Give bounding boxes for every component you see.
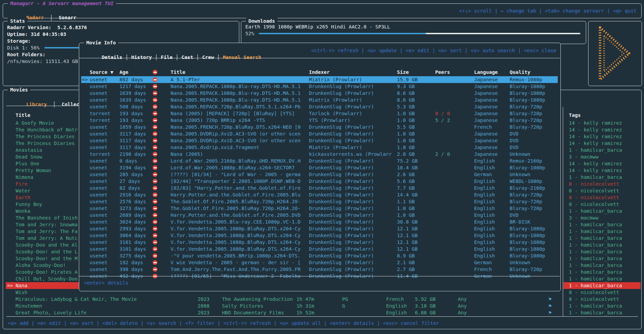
result-title-cell: The.Goblet.Of.Fire.2005.BluRay.720p.H264… (171, 205, 301, 212)
result-quality-cell: Bluray-1080p (510, 164, 545, 171)
result-age-cell: 1639 days (119, 97, 146, 103)
result-language-cell: English (474, 158, 495, 164)
movie-list-item[interactable]: Tom and Jerry: The Fa (16, 228, 77, 235)
result-size-cell: 1.1 GB (397, 198, 415, 205)
selection-arrow: => (82, 76, 88, 83)
movie-list-item[interactable]: Nimona (16, 174, 33, 181)
tab-sonarr[interactable]: Sonarr (59, 15, 76, 20)
result-indexer-cell: DrunkenSlug (Prowlarr) (309, 232, 374, 239)
result-source-cell: usenet (90, 239, 107, 246)
no-entry-icon (153, 253, 157, 258)
movie-list-item[interactable]: Dead Snow (16, 153, 42, 160)
result-language-cell: Japanese (474, 151, 498, 158)
movie-tag-cell: 1 - hamilcar_barca (569, 302, 622, 309)
no-entry-icon (153, 70, 157, 75)
uptime-label: Uptime: (7, 32, 28, 37)
result-size-cell: 9.3 GB (397, 83, 415, 90)
result-language-cell: English (474, 198, 495, 205)
movie-list-item[interactable]: The Hunchback of Notr (16, 126, 77, 133)
result-source-cell: usenet (90, 158, 107, 164)
result-indexer-cell: Miatrix (Prowlarr) (309, 76, 362, 83)
tab-library[interactable]: Library (26, 102, 47, 107)
movie-list-item[interactable]: Anastasia (16, 147, 42, 153)
movie-list-item[interactable]: Funny Boy (16, 201, 42, 208)
result-title-cell: (????) [01/34] - "Lord of War - 2005 - g… (171, 171, 301, 178)
col-peers[interactable]: Peers (435, 69, 450, 76)
result-indexer-cell: DrunkenSlug (Prowlarr) (309, 205, 374, 212)
movie-list-item[interactable]: Great Photo, Lovely Life (16, 309, 87, 316)
result-quality-cell: Bluray-1080p (510, 83, 545, 90)
col-size[interactable]: Size (397, 69, 409, 76)
result-quality-cell: Bluray-1080p (510, 97, 545, 103)
result-language-cell: English (474, 178, 495, 185)
col-language[interactable]: Language (474, 69, 498, 76)
result-source-cell: usenet (90, 225, 107, 232)
no-entry-icon (153, 267, 157, 272)
result-age-cell: 2190 days (119, 151, 146, 158)
col-age[interactable]: Age (119, 69, 128, 76)
col-title[interactable]: Title (171, 69, 185, 76)
movie-list-item[interactable]: Wonka (16, 208, 30, 214)
col-quality[interactable]: Quality (510, 69, 530, 76)
result-size-cell: 2.8 GB (397, 151, 415, 158)
movie-list-item[interactable]: Scooby-Doo and the Al (16, 242, 77, 248)
no-entry-icon (153, 159, 157, 163)
movie-list-item[interactable]: Scooby-Doo! Pirates A (16, 269, 77, 275)
result-age-cell: 2916 days (119, 191, 146, 198)
movie-tag-cell: 8 - nicolecolvett (569, 201, 619, 208)
root-folders-label: Root Folders: (7, 51, 46, 58)
movie-list-item[interactable]: Fire (16, 181, 27, 187)
movie-list-item[interactable]: Miraculous: Ladybug & Cat Noir, The Movi… (16, 296, 137, 302)
uptime-value: 31d 04:35:03 (31, 32, 66, 37)
result-age-cell: 2576 days (119, 198, 146, 205)
movie-list-item[interactable]: Chill Out, Scooby-Doo (16, 275, 77, 282)
movie-info-modal: Movie Info Details │ History │ File │ Ca… (79, 43, 561, 291)
tab-details[interactable]: Details (102, 55, 122, 60)
result-quality-cell: Bluray-1080p (510, 232, 545, 239)
tab-separator: │ (47, 102, 62, 107)
movie-tag-cell: 1 - hamilcar_barca (569, 174, 622, 181)
movie-list-item[interactable]: Pretty Woman (16, 167, 51, 174)
tab-radarr[interactable]: Radarr (26, 15, 44, 20)
movie-list-item[interactable]: The Princess Diaries (16, 133, 75, 140)
movie-list-item[interactable]: Wish (16, 289, 27, 296)
movie-list-item[interactable]: A Goofy Movie (16, 120, 54, 126)
movie-list-item[interactable]: Scooby-Doo! and the M (16, 255, 77, 262)
result-quality-cell: Remux-2160p (510, 158, 542, 164)
movie-list-item[interactable]: Water (16, 187, 30, 194)
no-entry-icon (153, 152, 157, 156)
result-source-cell: usenet (90, 205, 107, 212)
movie-list-item[interactable]: Tom and Jerry: Snowma (16, 221, 77, 228)
result-title-cell: nana.2005.dvdrip.xvid.fragment (171, 144, 259, 151)
tab-file[interactable]: File (161, 55, 173, 60)
movie-list-item[interactable]: Minutemen (16, 302, 42, 309)
tab-crew[interactable]: Crew (202, 55, 214, 60)
result-title-cell: Nana.2005.REPACK.720p.BluRay.DTS.5.1.x26… (171, 103, 301, 110)
movie-list-item[interactable]: Scooby-Doo! and the L (16, 248, 77, 255)
movies-title: Movies (8, 86, 30, 93)
result-age-cell: 1059 days (119, 124, 146, 130)
movie-list-item[interactable]: Earth (16, 194, 30, 201)
no-entry-icon (153, 220, 157, 224)
movie-tag-cell: 1 - hamilcar_barca (569, 255, 622, 262)
movie-list-item[interactable]: The Banshees of Inish (16, 214, 77, 221)
movie-tag-cell: 14 - kelly ramirez (569, 126, 622, 133)
tab-history[interactable]: History (131, 55, 152, 60)
logo-panel (588, 21, 642, 86)
global-help: <↑↓> scroll | ↔ change tab | <tab> chang… (459, 7, 637, 14)
movies-footer-separator (6, 316, 638, 317)
movie-tag-cell: 8 - nicolecolvett (569, 194, 619, 201)
tab-cast[interactable]: Cast (181, 55, 193, 60)
movie-list-item[interactable]: Tom and Jerry: A Nutc (16, 235, 77, 242)
movie-list-item[interactable]: Nana (16, 282, 27, 289)
tab-manual-search[interactable]: Manual Search (223, 55, 261, 60)
movie-tag-cell: 14 - kelly ramirez (569, 140, 622, 147)
result-title-cell: Nana.2005.FRENCH.720p.BluRay.DTS.x264-NE… (171, 124, 301, 130)
col-source[interactable]: Source (90, 69, 107, 75)
col-indexer[interactable]: Indexer (309, 69, 330, 76)
movie-list-item[interactable]: Plus One (16, 160, 39, 167)
movie-list-item[interactable]: Aloha Scooby-Doo! (16, 262, 66, 269)
movie-list-item[interactable]: The Princess Diaries (16, 140, 75, 147)
no-entry-icon (153, 179, 157, 184)
result-age-cell: 2689 days (119, 212, 146, 218)
